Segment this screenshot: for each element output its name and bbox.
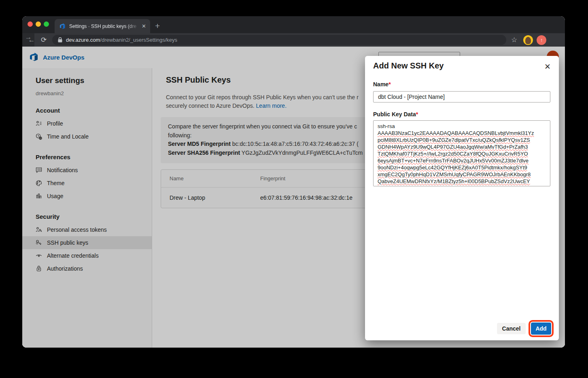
- bookmark-star-icon[interactable]: ☆: [511, 36, 517, 44]
- browser-window: Settings · SSH public keys (dre ✕ + ← → …: [22, 16, 565, 348]
- zoom-window-button[interactable]: [44, 21, 49, 27]
- tab-title: Settings · SSH public keys (dre: [69, 23, 139, 29]
- public-key-textarea[interactable]: ssh-rsa AAAAB3NzaC1yc2EAAAADAQABAAACAQDS…: [373, 120, 550, 186]
- key-line: 6eysAjmBT+vc+N7eFrn9nsTrFABOv2qJUHx5Vv00…: [378, 157, 546, 164]
- name-input[interactable]: [373, 91, 550, 103]
- browser-toolbar: ← → ⟳ dev.azure.com/drewbanin2/_usersSet…: [22, 33, 565, 47]
- key-line: 9ooNDzi+4oqwpg5eLc42GQYfHjKEZj6xA0T5Pidt…: [378, 164, 546, 171]
- cancel-button[interactable]: Cancel: [497, 323, 526, 334]
- address-bar[interactable]: dev.azure.com/drewbanin2/_usersSettings/…: [52, 35, 506, 45]
- active-browser-tab[interactable]: Settings · SSH public keys (dre ✕: [55, 19, 150, 33]
- key-line: TztQMKhaf07TjKz5+//IwL2rgz2d50CZaY8fQQuJ…: [378, 150, 546, 157]
- key-line: AAAAB3NzaC1yc2EAAAADAQABAAACAQDSNBLvbjtV…: [378, 130, 546, 137]
- key-line: QabveZ4UEMwDRNfxYz/M1BZtyz5h+l00D5BPubZS…: [378, 178, 546, 185]
- name-field-label: Name*: [373, 81, 391, 88]
- public-key-label-text: Public Key Data: [373, 111, 416, 117]
- modal-close-icon[interactable]: ✕: [544, 62, 551, 71]
- key-line: GDNH4WpAYz9U9wQL4P97GZU4aoJgqWw/aMvTfGd+…: [378, 143, 546, 150]
- required-asterisk: *: [388, 81, 391, 88]
- url-domain: dev.azure.com: [66, 37, 100, 43]
- required-asterisk: *: [416, 111, 418, 117]
- close-window-button[interactable]: [28, 21, 33, 27]
- new-tab-button[interactable]: +: [155, 20, 160, 32]
- macos-traffic-lights: [28, 21, 49, 27]
- public-key-field-label: Public Key Data*: [373, 111, 418, 117]
- minimize-window-button[interactable]: [36, 21, 41, 27]
- key-line: pciM8t8XLrbUzQIP0B+9uZGZe7dlpatVTxc/uQZk…: [378, 137, 546, 143]
- key-line: xmgEC2QgTy0phHqD1VZMSrhUqfyCPAGR9WOJrbAE…: [378, 171, 546, 178]
- browser-tab-bar: Settings · SSH public keys (dre ✕ +: [22, 16, 565, 33]
- modal-title: Add New SSH Key: [373, 61, 444, 70]
- add-button[interactable]: Add: [531, 322, 551, 335]
- lock-icon: [58, 37, 62, 43]
- add-ssh-key-modal: Add New SSH Key ✕ Name* Public Key Data*…: [365, 56, 559, 340]
- key-line: ssh-rsa: [378, 123, 546, 130]
- tab-close-icon[interactable]: ✕: [142, 23, 146, 29]
- forward-icon[interactable]: →: [22, 33, 34, 47]
- name-label-text: Name: [373, 81, 388, 88]
- browser-profile-avatar[interactable]: [523, 35, 533, 45]
- azure-devops-favicon: [59, 23, 66, 30]
- url-path: /drewbanin2/_usersSettings/keys: [100, 37, 177, 43]
- browser-update-icon[interactable]: ↑: [537, 35, 546, 45]
- key-line: dxuHlth4lR4mG+TY04zF4nBqdkSqLQtE+240O4bE…: [378, 185, 546, 186]
- reload-icon[interactable]: ⟳: [38, 36, 50, 44]
